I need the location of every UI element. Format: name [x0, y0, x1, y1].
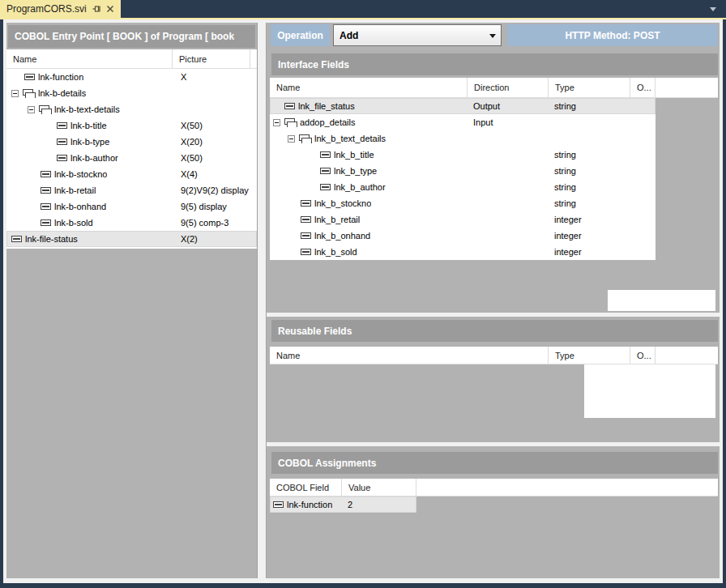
column-header-filler	[250, 49, 257, 68]
section-divider	[267, 442, 720, 446]
cobol-assignments-title: COBOL Assignments	[271, 452, 718, 474]
cell-direction: Input	[468, 117, 549, 127]
column-header-type[interactable]: Type	[549, 347, 630, 364]
tree-row[interactable]: lnk-b-stocknoX(4)	[6, 166, 257, 182]
field-icon	[320, 151, 331, 158]
column-header-o[interactable]: O...	[630, 78, 656, 97]
combo-arrow-icon[interactable]	[489, 34, 496, 38]
cell-direction: Output	[468, 101, 549, 111]
field-icon	[301, 216, 311, 223]
tree-row-label: lnk_b_onhand	[314, 231, 370, 241]
cell-picture: X(50)	[174, 153, 257, 163]
column-header-cobol-field[interactable]: COBOL Field	[270, 479, 342, 496]
cobol-assignments-table-header: COBOL Field Value	[270, 479, 718, 496]
tree-row[interactable]: lnk_b_retailinteger	[270, 211, 656, 228]
tree-row[interactable]: lnk_b_onhandinteger	[270, 228, 656, 244]
tree-row[interactable]: lnk-b-text-details	[6, 101, 257, 117]
cell-name: lnk-b-retail	[6, 185, 174, 195]
tree-row[interactable]: lnk-b-typeX(20)	[6, 134, 257, 150]
tree-row[interactable]: lnk_b_stocknostring	[270, 195, 656, 211]
column-header-filler	[416, 479, 718, 496]
tree-row-label: lnk-b-author	[70, 153, 118, 163]
collapse-expander-icon[interactable]	[28, 106, 35, 113]
field-icon	[41, 187, 51, 194]
operation-select[interactable]: Add	[333, 24, 502, 46]
cell-type: string	[549, 101, 630, 111]
tree-row[interactable]: lnk_b_titlestring	[270, 147, 656, 163]
tree-row-label: lnk_file_status	[298, 101, 355, 111]
field-icon	[24, 74, 35, 80]
column-header-picture[interactable]: Picture	[173, 49, 250, 68]
document-well-dropdown-caret-icon[interactable]	[710, 7, 716, 11]
collapse-expander-icon[interactable]	[288, 135, 295, 143]
tree-row[interactable]: lnk-function2	[270, 496, 416, 513]
tree-row[interactable]: lnk_file_statusOutputstring	[270, 98, 656, 114]
pin-icon[interactable]	[92, 4, 101, 14]
field-icon	[320, 168, 331, 174]
panel-splitter[interactable]	[258, 23, 266, 578]
cell-name: lnk_b_stockno	[270, 198, 468, 208]
tree-row[interactable]: lnk-file-statusX(2)	[6, 231, 257, 247]
interface-fields-title: Interface Fields	[271, 53, 718, 75]
group-icon	[299, 134, 312, 143]
cell-picture: X(2)	[174, 234, 257, 244]
cell-name: lnk-b-author	[6, 153, 174, 163]
collapse-expander-icon[interactable]	[273, 119, 280, 126]
operation-label: Operation	[271, 24, 330, 46]
field-icon	[57, 155, 67, 161]
tree-row[interactable]: lnk-b-titleX(50)	[6, 117, 257, 134]
group-icon	[23, 89, 36, 98]
field-icon	[301, 249, 311, 255]
cell-name: lnk_b_type	[270, 166, 468, 176]
tree-row-label: lnk_b_type	[334, 166, 377, 176]
tree-row[interactable]: lnk-functionX	[6, 69, 257, 85]
column-header-name[interactable]: Name	[270, 347, 549, 364]
cell-name: lnk-b-stockno	[6, 169, 174, 179]
column-header-filler	[656, 347, 718, 364]
column-header-filler	[656, 78, 718, 97]
group-icon	[39, 105, 52, 114]
column-header-name[interactable]: Name	[270, 78, 468, 97]
cell-name: lnk_b_retail	[270, 215, 468, 224]
column-header-value[interactable]: Value	[342, 479, 416, 496]
column-header-direction[interactable]: Direction	[468, 78, 549, 97]
section-divider	[267, 313, 720, 317]
cell-name: lnk_b_sold	[270, 247, 468, 257]
reusable-fields-empty-box	[584, 364, 715, 418]
tree-row-label: lnk_b_author	[334, 182, 386, 192]
column-header-type[interactable]: Type	[549, 78, 630, 97]
group-icon	[284, 118, 297, 127]
column-header-o[interactable]: O...	[630, 347, 656, 364]
column-header-name[interactable]: Name	[6, 49, 173, 68]
cell-name: addop_details	[270, 117, 468, 127]
tree-row-label: lnk_b_stockno	[314, 198, 371, 208]
left-panel-title: COBOL Entry Point [ BOOK ] of Program [ …	[8, 25, 255, 48]
tree-row[interactable]: lnk-b-details	[6, 85, 257, 101]
tree-row[interactable]: lnk-b-authorX(50)	[6, 150, 257, 166]
tree-row-label: lnk-b-sold	[54, 218, 93, 228]
tree-row[interactable]: lnk-b-onhand9(5) display	[6, 198, 257, 215]
cell-type: string	[549, 166, 630, 176]
tree-row[interactable]: lnk_b_text_details	[270, 130, 656, 147]
tab-programcors[interactable]: ProgramCORS.svi	[0, 0, 121, 18]
field-icon	[320, 184, 331, 190]
cell-name: lnk-b-sold	[6, 218, 174, 228]
tree-row[interactable]: lnk_b_typestring	[270, 163, 656, 179]
collapse-expander-icon[interactable]	[11, 90, 19, 97]
tree-row[interactable]: addop_detailsInput	[270, 114, 656, 130]
tree-row-label: lnk-function	[287, 500, 332, 509]
reusable-fields-table-header: Name Type O...	[270, 347, 718, 364]
cell-picture: 9(5) comp-3	[174, 218, 257, 228]
close-icon[interactable]	[106, 5, 114, 13]
assignments-tree-body: lnk-function2	[270, 496, 718, 513]
tab-strip: ProgramCORS.svi	[0, 0, 726, 18]
tree-row[interactable]: lnk-b-sold9(5) comp-3	[6, 215, 257, 231]
tree-row[interactable]: lnk_b_soldinteger	[270, 244, 656, 260]
operation-topbar: Operation Add HTTP Method: POST	[267, 24, 720, 46]
tree-row[interactable]: lnk-b-retail9(2)V9(2) display	[6, 182, 257, 198]
field-icon	[273, 501, 284, 508]
tree-row-label: addop_details	[300, 117, 356, 127]
tree-row[interactable]: lnk_b_authorstring	[270, 179, 656, 195]
tree-row-label: lnk-b-title	[70, 121, 107, 130]
cell-name: lnk-file-status	[6, 234, 174, 244]
